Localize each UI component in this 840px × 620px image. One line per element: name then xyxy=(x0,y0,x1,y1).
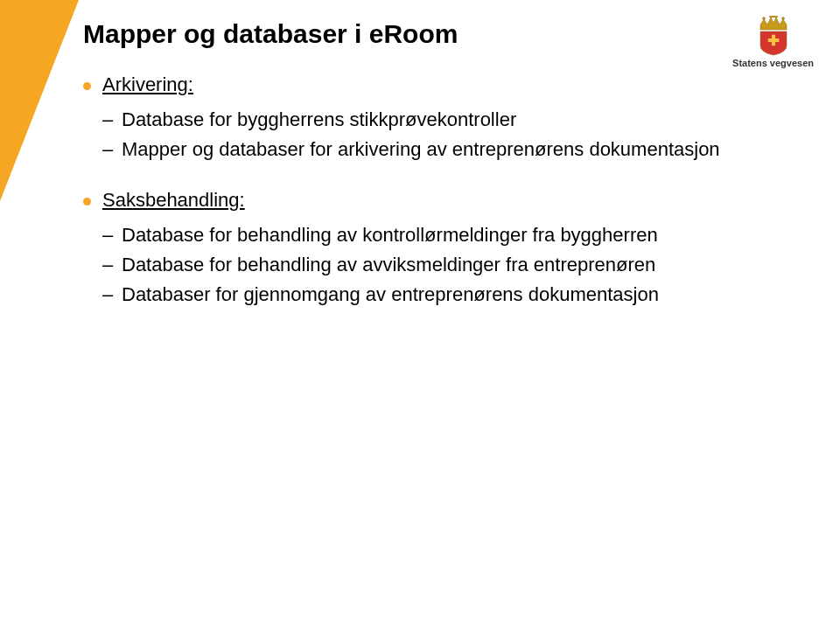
svg-point-0 xyxy=(762,17,765,20)
section-heading: Arkivering: xyxy=(102,73,193,96)
list-item: Mapper og databaser for arkivering av en… xyxy=(102,135,748,164)
section-arkivering: Arkivering: Database for byggherrens sti… xyxy=(83,73,748,164)
svg-point-4 xyxy=(772,16,774,17)
list-item: Database for behandling av kontrollørmel… xyxy=(102,220,748,250)
slide-content: Mapper og databaser i eRoom Arkivering: … xyxy=(83,19,748,334)
svg-point-1 xyxy=(769,16,772,18)
crown-shield-icon xyxy=(748,16,799,56)
list-item: Database for byggherrens stikkprøvekontr… xyxy=(102,105,748,135)
section-saksbehandling: Saksbehandling: Database for behandling … xyxy=(83,189,748,310)
decorative-corner-triangle xyxy=(0,0,79,201)
slide-title: Mapper og databaser i eRoom xyxy=(83,19,748,49)
svg-point-3 xyxy=(781,17,784,20)
svg-point-2 xyxy=(774,16,777,18)
list-item: Databaser for gjennomgang av entreprenør… xyxy=(102,280,748,310)
section-heading: Saksbehandling: xyxy=(102,189,245,212)
list-item: Database for behandling av avviksmelding… xyxy=(102,250,748,280)
